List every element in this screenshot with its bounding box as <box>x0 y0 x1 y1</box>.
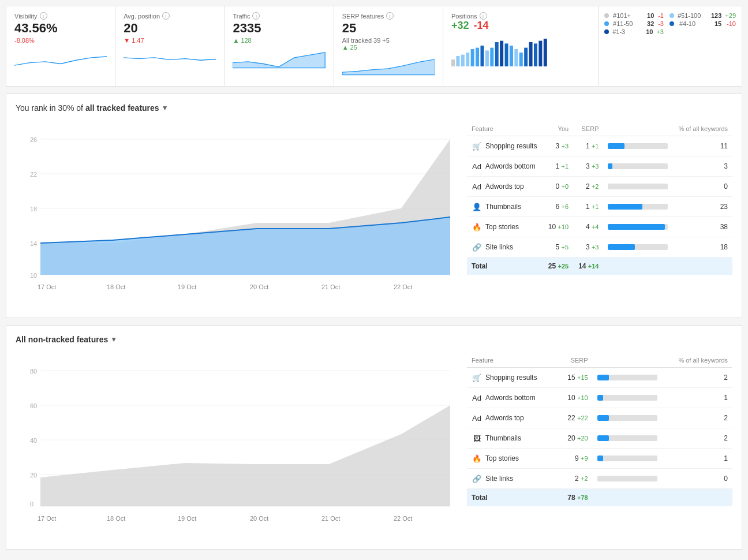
total-serp: 14 +14 <box>573 257 603 275</box>
svg-text:20: 20 <box>30 472 37 479</box>
bar-fill <box>608 244 635 250</box>
tracked-section: You rank in 30% of all tracked features … <box>6 94 742 318</box>
legend-change: +29 <box>725 12 736 19</box>
traffic-value: 2335 <box>233 21 325 36</box>
serp-features-change: ▲ 25 <box>342 44 435 51</box>
legend-label: #11-50 <box>613 20 643 27</box>
nt-bar-fill <box>597 395 603 401</box>
bar-background <box>608 224 668 230</box>
avg-position-chart <box>124 47 216 73</box>
non-tracked-chevron-icon[interactable]: ▼ <box>110 335 117 344</box>
legend-row: #4-10 15 -10 <box>670 20 736 27</box>
feature-label: Adwords bottom <box>485 162 536 170</box>
feature-icon: 🔥 <box>472 222 482 232</box>
you-cell: 5 +5 <box>543 237 573 257</box>
bar-fill <box>608 204 642 210</box>
legend-count: 32 <box>647 20 654 27</box>
serp-features-chart-svg <box>342 54 435 77</box>
svg-text:18 Oct: 18 Oct <box>107 515 125 522</box>
legend-count: 10 <box>647 12 654 19</box>
svg-rect-9 <box>485 50 489 66</box>
visibility-change: -8.08% <box>14 37 107 44</box>
svg-text:17 Oct: 17 Oct <box>38 283 56 290</box>
nt-serp-plus: +22 <box>577 415 588 421</box>
nt-feature-name-cell: 🔥 Top stories <box>467 449 557 469</box>
legend-dot <box>604 29 609 34</box>
legend-dot <box>670 21 674 26</box>
col-feature: Feature <box>467 122 543 136</box>
table-row: Ad Adwords bottom 1 +1 3 +3 3 <box>467 156 732 177</box>
nt-pct-cell: 2 <box>662 408 732 428</box>
tracked-chevron-icon[interactable]: ▼ <box>162 104 169 112</box>
non-tracked-feature-table: Feature SERP % of all keywords 🛒 Shoppin… <box>467 353 732 506</box>
svg-rect-18 <box>529 42 532 66</box>
svg-rect-12 <box>500 41 503 66</box>
legend-label: #51-100 <box>678 12 708 19</box>
nt-pct-cell: 2 <box>662 428 732 449</box>
nt-bar-cell <box>593 408 662 428</box>
table-row: 🖼 Thumbnails 20 +20 2 <box>467 428 732 449</box>
avg-position-label: Avg. position <box>124 13 160 20</box>
feature-icon: Ad <box>472 181 482 192</box>
legend-count: 123 <box>711 12 721 19</box>
svg-rect-6 <box>471 49 474 66</box>
serp-cell: 3 +3 <box>573 237 603 257</box>
nt-bar-cell <box>593 469 662 489</box>
svg-rect-19 <box>534 43 537 66</box>
nt-serp-cell: 15 +15 <box>557 368 593 388</box>
feature-name-cell: 🛒 Shopping results <box>467 136 543 156</box>
feature-name: 🛒 Shopping results <box>472 141 538 151</box>
nt-serp-plus: +9 <box>581 455 588 462</box>
nt-serp-cell: 9 +9 <box>557 449 593 469</box>
bar-cell <box>603 197 672 217</box>
pct-cell: 23 <box>672 197 732 217</box>
avg-position-info-icon[interactable]: i <box>162 12 170 20</box>
nt-bar-background <box>597 435 657 441</box>
svg-rect-20 <box>538 41 542 66</box>
visibility-chart <box>14 47 107 73</box>
nt-feature-icon: 🔗 <box>472 473 482 484</box>
nt-col-serp: SERP <box>557 353 593 368</box>
pct-cell: 18 <box>672 237 732 257</box>
bar-background <box>608 163 668 169</box>
pct-cell: 38 <box>672 217 732 237</box>
nt-total-serp: 78 +78 <box>557 489 593 507</box>
table-row: Ad Adwords top 22 +22 2 <box>467 408 732 428</box>
visibility-info-icon[interactable]: i <box>40 12 47 20</box>
non-tracked-chart-svg: 80 60 40 20 0 17 O <box>16 353 458 538</box>
nt-feature-name: 🛒 Shopping results <box>472 372 552 383</box>
svg-text:14: 14 <box>30 240 37 247</box>
svg-rect-2 <box>451 59 455 66</box>
non-tracked-table-area: Feature SERP % of all keywords 🛒 Shoppin… <box>467 353 732 540</box>
feature-label: Thumbnails <box>485 203 521 211</box>
table-row: 🛒 Shopping results 3 +3 1 +1 11 <box>467 136 732 156</box>
tracked-title-bold: all tracked features <box>85 103 159 113</box>
nt-col-bar <box>593 353 662 368</box>
feature-label: Site links <box>485 243 513 251</box>
nt-feature-name: Ad Adwords top <box>472 413 552 423</box>
positions-info-icon[interactable]: i <box>480 12 487 20</box>
feature-name: Ad Adwords top <box>472 181 538 192</box>
positions-down: -14 <box>473 20 488 32</box>
nt-serp-cell: 2 +2 <box>557 469 593 489</box>
serp-features-info-icon[interactable]: i <box>386 12 394 20</box>
nt-feature-icon: Ad <box>472 413 482 423</box>
nt-bar-fill <box>597 456 603 461</box>
tracked-chart-svg: 26 22 18 14 10 <box>16 122 458 307</box>
nt-bar-background <box>597 415 657 421</box>
nt-feature-icon: 🛒 <box>472 372 482 383</box>
svg-rect-21 <box>544 39 547 66</box>
svg-text:22: 22 <box>30 171 37 178</box>
legend-change: -1 <box>658 12 664 19</box>
nt-total-pct <box>662 489 732 507</box>
traffic-info-icon[interactable]: i <box>252 12 260 20</box>
svg-text:21 Oct: 21 Oct <box>321 283 340 290</box>
you-cell: 1 +1 <box>543 156 573 177</box>
serp-features-metric: SERP features i 25 All tracked 39 +5 ▲ 2… <box>334 6 443 86</box>
total-you-plus: +25 <box>558 263 569 270</box>
table-row: 🔥 Top stories 9 +9 1 <box>467 449 732 469</box>
nt-bar-cell <box>593 449 662 469</box>
table-row: 🔗 Site links 2 +2 0 <box>467 469 732 489</box>
total-label: Total <box>467 257 543 275</box>
positions-legend: #101+ 10 -1 #51-100 123 +29 #11-50 32 -3… <box>604 12 736 35</box>
